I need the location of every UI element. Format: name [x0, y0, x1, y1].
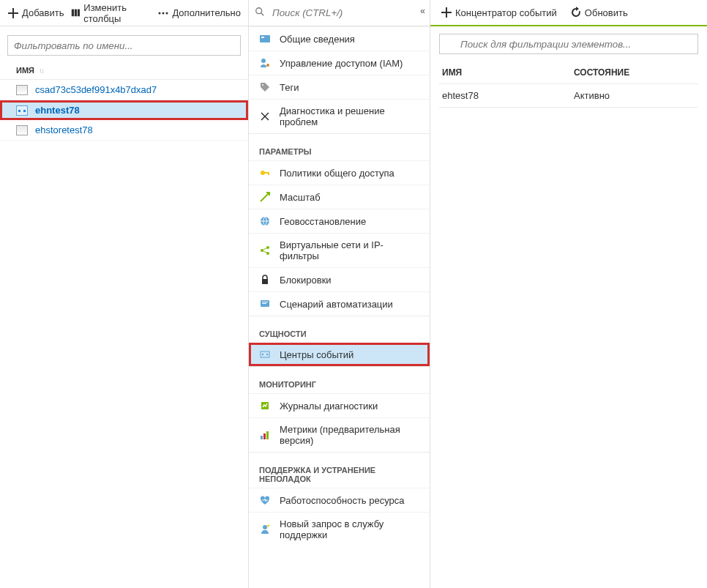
resource-label: ehntest78 — [35, 105, 80, 116]
svg-rect-0 — [72, 10, 74, 17]
eventhub-icon — [16, 105, 28, 116]
nav-item[interactable]: Масштаб — [249, 185, 430, 209]
svg-rect-30 — [266, 431, 269, 439]
nav-item-label: Управление доступом (IAM) — [280, 58, 403, 69]
nav-item[interactable]: Общие сведения — [249, 26, 430, 51]
nav-item-label: Журналы диагностики — [280, 401, 378, 412]
add-button[interactable]: Добавить — [6, 4, 65, 22]
cell-name: ehtest78 — [442, 90, 574, 101]
columns-icon — [71, 7, 81, 19]
eventhub-icon — [259, 349, 271, 360]
svg-point-25 — [262, 354, 263, 355]
table-header: ИМЯ СОСТОЯНИЕ — [439, 62, 698, 84]
nav-item-label: Сценарий автоматизации — [280, 299, 393, 310]
edit-columns-button[interactable]: Изменить столбцы — [70, 0, 152, 27]
iam-icon — [259, 57, 271, 69]
resource-row[interactable]: ehntest78 — [0, 100, 248, 120]
lock-icon — [259, 274, 271, 286]
svg-rect-20 — [262, 279, 268, 284]
right-search-input[interactable] — [439, 34, 698, 54]
nav-item[interactable]: Диагностика и решение проблем — [249, 99, 430, 133]
nav-item[interactable]: Геовосстановление — [249, 209, 430, 233]
left-toolbar: Добавить Изменить столбцы Дополнительно — [0, 0, 248, 26]
nav-panel: « Общие сведенияУправление доступом (IAM… — [249, 0, 430, 588]
svg-point-5 — [166, 12, 168, 14]
nav-search-input[interactable] — [268, 4, 424, 21]
nav-item[interactable]: Теги — [249, 75, 430, 99]
resource-label: ehstoretest78 — [35, 124, 93, 135]
nav-item-label: Блокировки — [280, 275, 332, 286]
refresh-label: Обновить — [585, 7, 628, 18]
nav-section-header: ПАРАМЕТРЫ — [249, 133, 430, 160]
svg-rect-22 — [262, 302, 268, 302]
svg-rect-1 — [75, 10, 77, 17]
search-icon — [255, 7, 265, 19]
plus-icon — [7, 7, 19, 19]
resource-row[interactable]: ehstoretest78 — [0, 120, 248, 141]
collapse-button[interactable]: « — [420, 6, 425, 16]
event-hub-button[interactable]: Концентратор событий — [439, 4, 558, 21]
nav-item[interactable]: Журналы диагностики — [249, 393, 430, 417]
nav-item[interactable]: Сценарий автоматизации — [249, 291, 430, 316]
nav-item-label: Виртуальные сети и IP-фильтры — [280, 239, 419, 261]
storage-icon — [16, 125, 28, 135]
filter-input[interactable] — [7, 35, 241, 56]
nav-item[interactable]: Виртуальные сети и IP-фильтры — [249, 233, 430, 267]
nav-item-label: Теги — [280, 82, 299, 93]
support-icon — [259, 524, 271, 535]
nav-list: Общие сведенияУправление доступом (IAM)Т… — [249, 26, 430, 588]
storage-icon — [16, 85, 28, 95]
automation-icon — [259, 298, 271, 310]
diagnose-icon — [259, 111, 271, 122]
refresh-button[interactable]: Обновить — [569, 4, 629, 21]
resource-row[interactable]: csad73c53def991x4b7dxad7 — [0, 80, 248, 100]
entity-table: ИМЯ СОСТОЯНИЕ ehtest78Активно — [430, 59, 707, 111]
nav-item-label: Центры событий — [280, 349, 354, 360]
svg-rect-28 — [261, 436, 263, 439]
table-row[interactable]: ehtest78Активно — [439, 84, 698, 108]
more-label: Дополнительно — [172, 7, 241, 18]
svg-point-4 — [162, 12, 165, 14]
vnet-icon — [259, 245, 271, 256]
filter-row — [0, 26, 248, 62]
nav-section-header: ПОДДЕРЖКА И УСТРАНЕНИЕ НЕПОЛАДОК — [249, 452, 430, 488]
nav-section-header: СУЩНОСТИ — [249, 316, 430, 343]
svg-rect-29 — [263, 433, 266, 439]
nav-item[interactable]: Политики общего доступа — [249, 160, 430, 185]
nav-item[interactable]: Центры событий — [249, 343, 430, 366]
edit-columns-label: Изменить столбцы — [83, 2, 150, 24]
tags-icon — [259, 81, 271, 93]
svg-rect-23 — [262, 303, 266, 304]
svg-rect-24 — [261, 351, 269, 357]
key-icon — [259, 167, 271, 179]
nav-item[interactable]: Новый запрос в службу поддержки — [249, 512, 430, 546]
svg-point-11 — [266, 64, 269, 67]
svg-rect-15 — [268, 172, 269, 175]
health-icon — [259, 494, 271, 506]
svg-rect-8 — [260, 35, 270, 42]
nav-item[interactable]: Блокировки — [249, 267, 430, 291]
add-label: Добавить — [22, 7, 64, 18]
svg-point-12 — [262, 84, 263, 86]
svg-point-10 — [261, 59, 266, 63]
refresh-icon — [570, 7, 582, 18]
nav-item[interactable]: Работоспособность ресурса — [249, 488, 430, 512]
resource-list-panel: Добавить Изменить столбцы Дополнительно … — [0, 0, 249, 588]
nav-item-label: Новый запрос в службу поддержки — [280, 518, 419, 540]
nav-section-header: МОНИТОРИНГ — [249, 366, 430, 393]
header-status[interactable]: СОСТОЯНИЕ — [574, 67, 695, 78]
right-toolbar: Концентратор событий Обновить — [430, 0, 707, 26]
svg-point-3 — [159, 12, 161, 14]
sort-icon: ↑↓ — [39, 67, 43, 75]
right-search-row — [430, 26, 707, 59]
diaglogs-icon — [259, 400, 271, 412]
svg-point-26 — [266, 354, 268, 355]
resource-list: csad73c53def991x4b7dxad7ehntest78ehstore… — [0, 80, 248, 141]
svg-line-7 — [261, 13, 264, 16]
header-name[interactable]: ИМЯ — [442, 67, 574, 78]
nav-item-label: Метрики (предварительная версия) — [280, 424, 419, 446]
more-button[interactable]: Дополнительно — [156, 4, 242, 22]
nav-item[interactable]: Метрики (предварительная версия) — [249, 417, 430, 452]
column-header-name[interactable]: ИМЯ ↑↓ — [0, 62, 248, 80]
nav-item[interactable]: Управление доступом (IAM) — [249, 51, 430, 75]
